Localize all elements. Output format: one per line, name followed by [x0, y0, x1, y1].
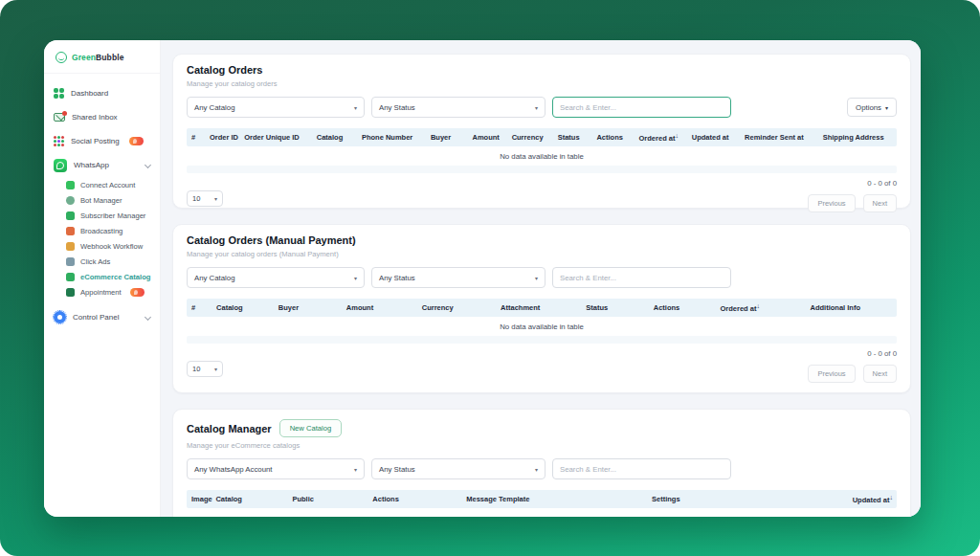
empty-table-message: No data available in table — [187, 146, 897, 166]
column-header-sortable[interactable]: Updated at — [767, 494, 897, 505]
hot-badge — [130, 288, 145, 297]
brand-logo[interactable]: GreenBubble — [44, 52, 160, 74]
whatsapp-icon — [54, 159, 67, 172]
sidebar-item-bot-manager[interactable]: Bot Manager — [66, 192, 152, 208]
whatsapp-account-filter-select[interactable]: Any WhatsApp Account — [187, 458, 365, 479]
sidebar-item-dashboard[interactable]: Dashboard — [54, 81, 152, 105]
column-header: Ordered at — [635, 134, 676, 143]
column-header: Catalog — [205, 303, 254, 312]
next-button[interactable]: Next — [863, 194, 897, 212]
sidebar-item-ecommerce-catalog[interactable]: eCommerce Catalog — [66, 269, 152, 284]
page-subtitle: Manage your catalog orders (Manual Payme… — [187, 250, 897, 258]
options-button[interactable]: Options — [847, 98, 897, 117]
column-header: Ordered at — [715, 304, 756, 313]
selected-value: 10 — [192, 365, 200, 373]
main-content: Catalog Orders Manage your catalog order… — [161, 40, 921, 517]
previous-button[interactable]: Previous — [808, 365, 855, 383]
chevron-down-icon — [214, 195, 217, 202]
search-input[interactable] — [552, 97, 731, 118]
chevron-down-icon — [354, 104, 357, 111]
catalog-filter-select[interactable]: Any Catalog — [187, 267, 365, 288]
column-header-sortable[interactable]: Ordered at — [702, 302, 774, 314]
chevron-down-icon — [145, 314, 151, 321]
column-header: Catalog — [215, 495, 265, 503]
column-header: Actions — [589, 133, 632, 142]
app-window: GreenBubble Dashboard Shared Inbox — [44, 40, 921, 517]
social-grid-icon — [54, 136, 64, 146]
table-header-row: # Order ID Order Unique ID Catalog Phone… — [187, 128, 897, 146]
column-header: Phone Number — [359, 133, 416, 142]
next-button[interactable]: Next — [863, 365, 897, 383]
chevron-down-icon — [535, 275, 538, 281]
page-size-select[interactable]: 10 — [187, 361, 223, 377]
selected-value: Any Status — [379, 274, 415, 282]
column-header: Additional Info — [774, 303, 897, 312]
page-title: Catalog Manager — [187, 423, 272, 434]
chevron-down-icon — [145, 162, 151, 168]
connect-account-icon — [66, 181, 75, 189]
column-header-sortable[interactable]: Ordered at — [631, 132, 681, 144]
status-filter-select[interactable]: Any Status — [371, 267, 546, 288]
previous-button[interactable]: Previous — [808, 194, 855, 212]
status-filter-select[interactable]: Any Status — [371, 458, 546, 479]
sidebar: GreenBubble Dashboard Shared Inbox — [44, 40, 161, 517]
appointment-calendar-icon — [66, 288, 75, 297]
search-input[interactable] — [552, 458, 731, 479]
sidebar-item-connect-account[interactable]: Connect Account — [66, 177, 152, 192]
sidebar-item-appointment[interactable]: Appointment — [66, 284, 152, 300]
column-header: Amount — [323, 303, 396, 312]
column-header: Message Template — [431, 495, 565, 503]
column-header: Buyer — [254, 303, 323, 312]
subscriber-manager-icon — [66, 211, 75, 220]
column-header: Image — [187, 495, 215, 503]
webhook-workflow-icon — [66, 242, 75, 251]
table-footer: 10 0 - 0 of 0 Previous Next — [187, 349, 897, 383]
sidebar-item-label: Broadcasting — [80, 227, 122, 235]
selected-value: Any WhatsApp Account — [194, 465, 272, 474]
table-header-row: Image Catalog Public Actions Message Tem… — [187, 490, 897, 508]
sort-icon — [889, 494, 895, 500]
table-header-row: # Catalog Buyer Amount Currency Attachme… — [187, 299, 897, 317]
gear-icon — [54, 311, 66, 323]
sidebar-item-social-posting[interactable]: Social Posting — [54, 129, 152, 153]
status-filter-select[interactable]: Any Status — [371, 97, 546, 118]
chevron-down-icon — [354, 275, 357, 281]
brand-name: GreenBubble — [72, 53, 123, 62]
sidebar-item-label: Dashboard — [71, 89, 108, 98]
sidebar-item-shared-inbox[interactable]: Shared Inbox — [54, 105, 152, 129]
chevron-down-icon — [354, 466, 357, 473]
sidebar-item-label: Social Posting — [71, 137, 120, 145]
column-header: # — [187, 133, 205, 142]
ecommerce-catalog-icon — [66, 273, 75, 281]
pagination-range: 0 - 0 of 0 — [867, 349, 897, 358]
column-header: Order Unique ID — [243, 133, 301, 142]
new-catalog-button[interactable]: New Catalog — [279, 419, 342, 437]
catalog-filter-select[interactable]: Any Catalog — [187, 97, 365, 118]
page-title: Catalog Orders — [187, 64, 897, 76]
sidebar-item-webhook-workflow[interactable]: Webhook Workflow — [66, 238, 152, 254]
options-label: Options — [856, 103, 881, 112]
sidebar-item-broadcasting[interactable]: Broadcasting — [66, 223, 152, 238]
selected-value: Any Status — [379, 465, 415, 474]
sort-icon — [756, 302, 760, 309]
pagination-range: 0 - 0 of 0 — [867, 179, 897, 188]
column-header: Status — [562, 303, 632, 312]
sidebar-item-label: Click Ads — [80, 257, 110, 266]
hot-badge — [129, 137, 144, 145]
column-header: Updated at — [848, 496, 890, 504]
inbox-envelope-icon — [54, 113, 65, 122]
page-size-select[interactable]: 10 — [187, 190, 223, 207]
broadcasting-megaphone-icon — [66, 227, 75, 235]
sidebar-nav: Dashboard Shared Inbox Social Posting — [44, 74, 160, 329]
sidebar-item-label: eCommerce Catalog — [80, 273, 150, 281]
column-header: Actions — [341, 495, 431, 503]
sidebar-item-control-panel[interactable]: Control Panel — [54, 305, 152, 329]
manual-payment-card: Catalog Orders (Manual Payment) Manage y… — [172, 224, 911, 393]
sidebar-item-whatsapp[interactable]: WhatsApp — [54, 153, 152, 177]
column-header: Amount — [466, 133, 506, 142]
smiley-logo-icon — [56, 52, 67, 63]
sidebar-item-subscriber-manager[interactable]: Subscriber Manager — [66, 208, 152, 223]
empty-stripe-row — [187, 166, 897, 173]
sidebar-item-click-ads[interactable]: Click Ads — [66, 254, 152, 269]
search-input[interactable] — [552, 267, 731, 288]
